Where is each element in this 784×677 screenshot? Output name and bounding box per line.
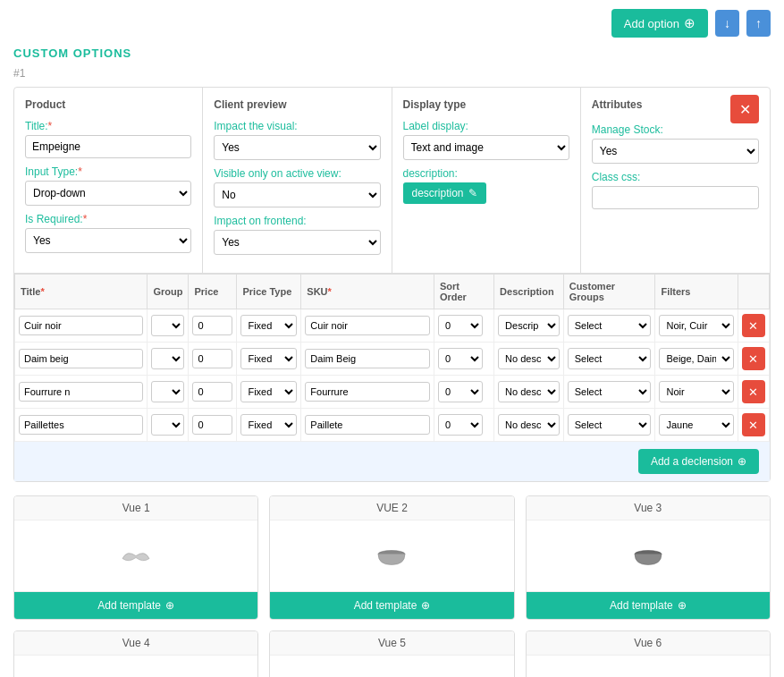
data-table-wrap: Title* Group Price Price Type SKU* Sort … <box>14 274 770 481</box>
row-filters-select[interactable]: Noir, Cuir <box>659 315 733 336</box>
row-customer-groups-select[interactable]: Select <box>568 348 652 369</box>
row-price-type-select[interactable]: FixedPercent <box>240 414 297 436</box>
add-template-label: Add template <box>97 599 161 612</box>
row-price-input[interactable] <box>192 316 232 335</box>
add-declension-button[interactable]: Add a declension ⊕ <box>638 449 759 474</box>
add-template-label: Add template <box>610 599 673 612</box>
row-customer-groups-select[interactable]: Select <box>568 381 652 402</box>
title-input[interactable] <box>25 135 191 158</box>
impact-frontend-select[interactable]: Yes No <box>214 230 380 255</box>
row-sort-order-select[interactable]: 0123 <box>438 348 483 369</box>
row-filters-select[interactable]: Noir <box>659 381 733 402</box>
visible-label: Visible only on active view: <box>214 167 380 180</box>
row-sort-order-select[interactable]: 0123 <box>438 381 483 402</box>
row-group-select[interactable] <box>151 381 184 402</box>
add-template-icon: ⊕ <box>678 599 687 612</box>
row-price-type-select[interactable]: FixedPercent <box>240 348 297 369</box>
row-description-select[interactable]: Descrip <box>498 315 560 336</box>
delete-option-button[interactable]: ✕ <box>730 95 759 123</box>
upload-button[interactable]: ↑ <box>746 10 771 37</box>
impact-visual-select[interactable]: Yes No <box>214 135 380 160</box>
table-row: FixedPercent 0123 No desc Select Jaune ✕ <box>15 409 770 442</box>
row-title-input[interactable] <box>19 415 143 435</box>
product-column: Product Title:* Input Type:* Drop-down T… <box>14 88 203 273</box>
manage-stock-label: Manage Stock: <box>592 123 759 136</box>
table-row: FixedPercent 0123 No desc Select Noir ✕ <box>15 376 770 409</box>
row-description-select[interactable]: No desc <box>498 381 560 402</box>
row-customer-groups-select[interactable]: Select <box>568 315 652 336</box>
th-price: Price <box>189 275 237 309</box>
top-toolbar: Add option ⊕ ↓ ↑ <box>13 9 771 38</box>
vue-preview <box>270 520 513 592</box>
row-group-select[interactable] <box>151 348 184 369</box>
vue-title: Vue 6 <box>527 631 770 656</box>
th-group: Group <box>148 275 189 309</box>
row-price-type-select[interactable]: FixedPercent <box>240 315 297 336</box>
options-grid: Product Title:* Input Type:* Drop-down T… <box>14 88 770 274</box>
add-template-button[interactable]: Add template ⊕ <box>270 592 513 619</box>
attributes-col-header: Attributes <box>592 98 643 111</box>
description-label: description: <box>403 167 569 180</box>
add-template-button[interactable]: Add template ⊕ <box>527 592 770 619</box>
row-customer-groups-select[interactable]: Select <box>568 414 652 436</box>
add-template-icon: ⊕ <box>421 599 430 612</box>
class-css-input[interactable] <box>592 186 759 209</box>
row-group-select[interactable] <box>151 315 184 336</box>
manage-stock-select[interactable]: Yes No <box>592 139 759 164</box>
input-type-select[interactable]: Drop-down Text Checkbox Radio <box>25 181 191 206</box>
record-num: #1 <box>13 67 771 80</box>
title-label: Title:* <box>25 120 191 132</box>
row-description-select[interactable]: No desc <box>498 348 560 369</box>
visible-select[interactable]: No Yes <box>214 182 380 207</box>
label-display-select[interactable]: Text and image Text only Image only <box>403 135 569 160</box>
row-sku-input[interactable] <box>305 349 430 368</box>
client-preview-col-header: Client preview <box>214 98 380 111</box>
row-price-input[interactable] <box>192 415 232 435</box>
add-template-button[interactable]: Add template ⊕ <box>14 592 257 619</box>
row-sku-input[interactable] <box>305 415 430 435</box>
vue-preview <box>527 656 770 677</box>
add-option-button[interactable]: Add option ⊕ <box>611 9 708 38</box>
row-price-input[interactable] <box>192 349 232 368</box>
row-filters-select[interactable]: Beige, Daim <box>659 348 733 369</box>
vue-card: Vue 3 Add template ⊕ <box>526 495 771 620</box>
product-col-header: Product <box>25 98 191 111</box>
vue-grid: Vue 1 Add template ⊕ VUE 2 Add template … <box>13 495 771 677</box>
th-actions <box>738 275 769 309</box>
vue-preview <box>14 656 257 677</box>
attributes-column: Attributes ✕ Manage Stock: Yes No Class … <box>581 88 770 273</box>
add-declension-label: Add a declension <box>651 455 733 468</box>
row-price-type-select[interactable]: FixedPercent <box>240 381 297 402</box>
row-description-select[interactable]: No desc <box>498 414 560 436</box>
vue-title: Vue 4 <box>14 631 257 656</box>
impact-frontend-label: Impact on frontend: <box>214 215 380 227</box>
options-table: Title* Group Price Price Type SKU* Sort … <box>14 274 770 442</box>
vue-title: VUE 2 <box>270 496 513 520</box>
th-sort-order: Sort Order <box>434 275 493 309</box>
row-title-input[interactable] <box>19 382 143 402</box>
row-price-input[interactable] <box>192 382 232 402</box>
add-template-label: Add template <box>354 599 417 612</box>
row-filters-select[interactable]: Jaune <box>659 414 733 436</box>
is-required-select[interactable]: Yes No <box>25 228 191 253</box>
row-delete-button[interactable]: ✕ <box>742 314 765 337</box>
vue-title: Vue 1 <box>14 496 257 520</box>
vue-title: Vue 5 <box>270 631 513 656</box>
row-sort-order-select[interactable]: 0123 <box>438 315 483 336</box>
row-group-select[interactable] <box>151 414 184 436</box>
page: Add option ⊕ ↓ ↑ CUSTOM OPTIONS #1 Produ… <box>0 0 784 677</box>
row-delete-button[interactable]: ✕ <box>742 347 765 370</box>
row-delete-button[interactable]: ✕ <box>742 413 765 436</box>
row-sku-input[interactable] <box>305 382 430 402</box>
th-price-type: Price Type <box>237 275 301 309</box>
section-title: CUSTOM OPTIONS <box>13 47 771 60</box>
row-sort-order-select[interactable]: 0123 <box>438 414 483 436</box>
row-sku-input[interactable] <box>305 316 430 335</box>
download-button[interactable]: ↓ <box>715 10 739 37</box>
impact-visual-label: Impact the visual: <box>214 120 380 132</box>
row-title-input[interactable] <box>19 349 143 368</box>
description-badge[interactable]: description ✎ <box>403 182 486 204</box>
is-required-label: Is Required:* <box>25 213 191 225</box>
row-title-input[interactable] <box>19 316 143 335</box>
row-delete-button[interactable]: ✕ <box>742 380 765 403</box>
